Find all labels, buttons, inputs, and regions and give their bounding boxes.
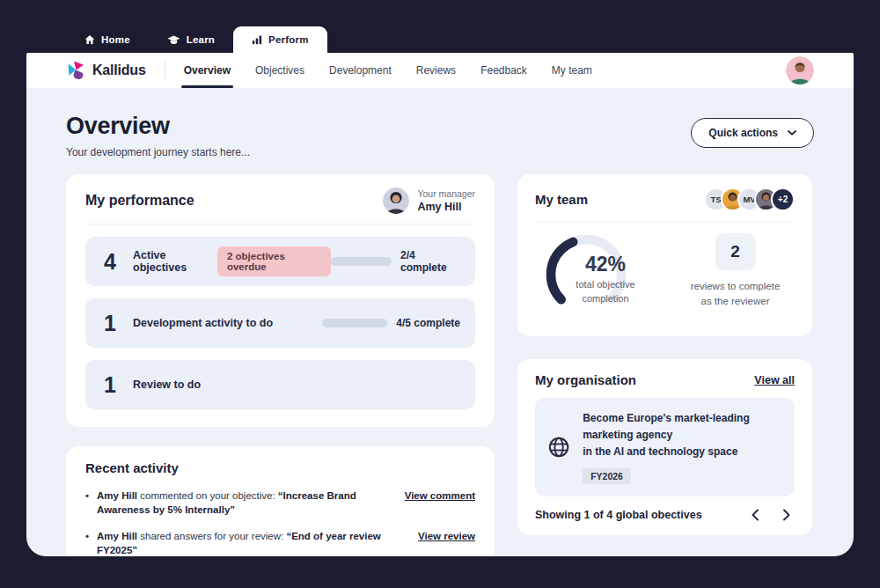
progress-group: 2/4 complete: [331, 249, 460, 274]
organisation-card-title: My organisation: [535, 372, 636, 387]
home-icon: [84, 34, 95, 45]
overdue-badge: 2 objectives overdue: [217, 246, 331, 276]
team-avatar-more: +2: [771, 187, 795, 211]
performance-row-development[interactable]: 1 Development activity to do 4/5 complet…: [85, 298, 475, 348]
nav-link-overview[interactable]: Overview: [184, 53, 231, 88]
manager-name: Amy Hill: [417, 201, 475, 213]
reviewer-summary: 2 reviews to complete as the reviewer: [676, 233, 795, 310]
tab-perform[interactable]: Perform: [233, 26, 327, 53]
progress-bar: [331, 257, 392, 266]
reviews-caption-line2: as the reviewer: [691, 294, 781, 309]
view-comment-link[interactable]: View comment: [405, 490, 475, 501]
page-subtitle: Your development journey starts here...: [66, 146, 250, 158]
reviews-count: 2: [730, 242, 740, 261]
nav-link-my-team[interactable]: My team: [552, 53, 592, 88]
my-team-card: My team TS MV: [517, 174, 812, 336]
objective-details: Become Europe's market-leading marketing…: [583, 410, 782, 484]
brand-logo[interactable]: Kallidus: [66, 61, 146, 80]
objective-completion-gauge: 42% total objective completion: [535, 229, 676, 320]
avatar-initials: TS: [710, 195, 721, 204]
gauge-caption-line1: total objective: [576, 278, 634, 291]
page-header: Overview Your development journey starts…: [66, 113, 814, 158]
nav-link-development[interactable]: Development: [329, 53, 392, 88]
view-all-link[interactable]: View all: [754, 374, 795, 386]
row-label: Review to do: [133, 379, 201, 391]
user-avatar[interactable]: [786, 56, 814, 85]
activity-actor: Amy Hill: [97, 490, 137, 501]
objective-text-line1: Become Europe's market-leading marketing…: [583, 410, 782, 444]
kallidus-logo-icon: [66, 61, 85, 80]
gauge-caption-line2: completion: [576, 292, 634, 305]
manager-chip[interactable]: Your manager Amy Hill: [383, 187, 475, 214]
app-canvas: Home Learn Perform: [0, 0, 880, 588]
activity-actor: Amy Hill: [97, 531, 137, 541]
reviews-caption-line1: reviews to complete: [691, 279, 781, 294]
progress-group: 4/5 complete: [322, 317, 460, 329]
left-column: My performance: [66, 174, 495, 556]
tab-label: Home: [101, 34, 130, 45]
navbar: Kallidus Overview Objectives Development…: [26, 53, 854, 88]
manager-role-label: Your manager: [417, 188, 475, 199]
bullet-icon: •: [85, 490, 89, 501]
globe-icon: [547, 432, 570, 462]
gauge-value: 42%: [585, 253, 626, 276]
nav-links: Overview Objectives Development Reviews …: [184, 53, 592, 88]
team-avatar-stack[interactable]: TS MV: [704, 187, 795, 211]
fiscal-year-tag: FY2026: [583, 468, 631, 484]
recent-activity-card: Recent activity • Amy Hill commented on …: [66, 446, 495, 556]
my-organisation-card: My organisation View all: [517, 359, 812, 535]
activity-item: • Amy Hill commented on your objective: …: [85, 489, 475, 517]
manager-avatar: [383, 187, 409, 214]
tab-learn[interactable]: Learn: [149, 26, 233, 53]
team-card-body: 42% total objective completion 2: [535, 229, 795, 320]
activity-item: • Amy Hill shared answers for your revie…: [85, 529, 475, 556]
row-count: 1: [100, 311, 120, 336]
tab-label: Perform: [268, 34, 309, 45]
team-card-header: My team TS MV: [535, 187, 795, 222]
performance-card-header: My performance: [85, 187, 475, 224]
row-label: Active objectives: [133, 249, 217, 274]
activity-text: Amy Hill shared answers for your review:…: [97, 529, 406, 556]
recent-activity-title: Recent activity: [85, 460, 179, 475]
learn-icon: [167, 35, 180, 45]
objectives-pagination-label: Showing 1 of 4 global obectives: [535, 509, 702, 521]
chevron-left-icon[interactable]: [751, 509, 759, 521]
right-column: My team TS MV: [517, 174, 812, 556]
tab-home[interactable]: Home: [66, 26, 149, 53]
app-window: Home Learn Perform: [26, 26, 854, 556]
tab-label: Learn: [187, 34, 215, 45]
gauge-caption: total objective completion: [576, 278, 634, 305]
product-tabbar: Home Learn Perform: [26, 26, 854, 53]
pagination-controls: [751, 509, 791, 521]
progress-bar: [322, 319, 387, 327]
progress-label: 2/4 complete: [400, 249, 460, 274]
global-objective-item[interactable]: Become Europe's market-leading marketing…: [535, 398, 795, 496]
quick-actions-button[interactable]: Quick actions: [691, 118, 814, 148]
chevron-right-icon[interactable]: [782, 509, 791, 521]
progress-label: 4/5 complete: [396, 317, 460, 329]
my-performance-card: My performance: [66, 174, 495, 427]
objective-text-line2: in the AI and technology space: [583, 444, 782, 460]
activity-text: Amy Hill commented on your objective: “I…: [97, 489, 392, 517]
nav-link-feedback[interactable]: Feedback: [480, 53, 527, 88]
organisation-card-footer: Showing 1 of 4 global obectives: [535, 509, 795, 521]
view-review-link[interactable]: View review: [418, 531, 475, 541]
reviews-caption: reviews to complete as the reviewer: [691, 279, 781, 310]
nav-link-objectives[interactable]: Objectives: [255, 53, 304, 88]
objective-text: Become Europe's market-leading marketing…: [583, 410, 782, 461]
nav-divider: [165, 61, 165, 80]
bullet-icon: •: [85, 531, 89, 541]
quick-actions-label: Quick actions: [708, 127, 778, 139]
performance-row-review[interactable]: 1 Review to do: [85, 360, 475, 409]
page-title: Overview: [66, 113, 250, 140]
manager-avatar-image: [383, 187, 409, 214]
row-label: Development activity to do: [133, 317, 273, 329]
activity-action: commented on your objective:: [137, 490, 278, 501]
row-count: 4: [100, 249, 120, 275]
performance-row-objectives[interactable]: 4 Active objectives 2 objectives overdue…: [85, 237, 475, 286]
activity-action: shared answers for your review:: [137, 531, 286, 541]
performance-card-title: My performance: [85, 193, 194, 209]
nav-link-reviews[interactable]: Reviews: [416, 53, 456, 88]
team-card-title: My team: [535, 192, 588, 207]
chevron-down-icon: [788, 130, 796, 136]
